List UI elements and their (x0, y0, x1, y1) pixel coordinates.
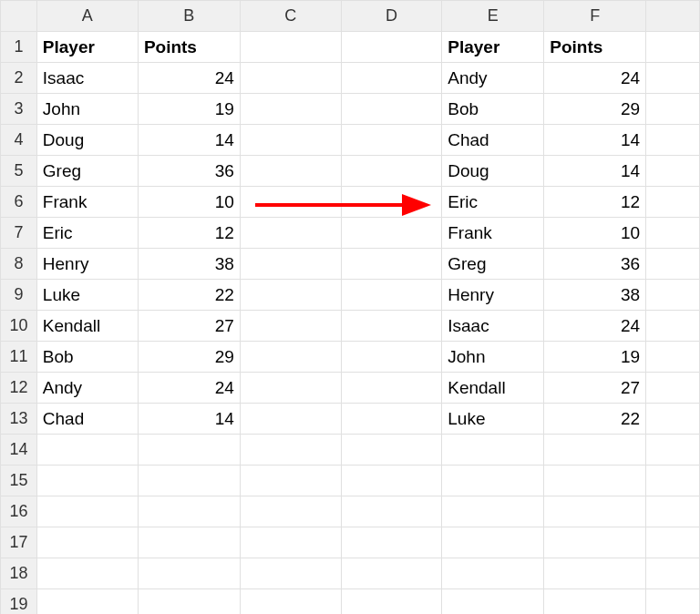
cell[interactable] (544, 435, 646, 466)
cell[interactable] (36, 466, 138, 496)
cell[interactable] (341, 342, 442, 373)
cell[interactable]: 14 (138, 404, 240, 435)
cell[interactable] (341, 311, 442, 342)
cell[interactable]: Eric (36, 218, 138, 249)
cell[interactable] (341, 63, 442, 94)
cell[interactable] (240, 311, 341, 342)
cell[interactable] (646, 558, 700, 589)
cell[interactable] (240, 342, 341, 373)
cell[interactable] (138, 466, 240, 496)
cell[interactable] (646, 156, 700, 187)
cell[interactable]: Bob (442, 94, 544, 125)
cell[interactable]: 14 (544, 156, 646, 187)
cell[interactable]: Henry (36, 249, 138, 280)
cell[interactable]: 27 (544, 373, 646, 404)
cell[interactable] (36, 496, 138, 527)
cell[interactable] (646, 527, 700, 558)
cell[interactable] (341, 589, 442, 615)
cell[interactable]: 22 (138, 280, 240, 311)
cell[interactable]: 14 (138, 125, 240, 156)
cell[interactable]: Greg (442, 249, 544, 280)
cell[interactable]: Greg (36, 156, 138, 187)
cell[interactable] (341, 156, 442, 187)
cell[interactable]: Luke (36, 280, 138, 311)
cell[interactable]: Doug (36, 125, 138, 156)
cell[interactable] (646, 94, 700, 125)
col-header-C[interactable]: C (240, 1, 341, 32)
col-header-F[interactable]: F (544, 1, 646, 32)
cell[interactable]: 14 (544, 125, 646, 156)
cell[interactable] (240, 63, 341, 94)
cell-C1[interactable] (240, 32, 341, 63)
cell[interactable] (240, 187, 341, 218)
row-header[interactable]: 5 (1, 156, 37, 187)
cell-D1[interactable] (341, 32, 442, 63)
cell[interactable] (138, 589, 240, 615)
cell[interactable]: 29 (544, 94, 646, 125)
cell[interactable] (646, 373, 700, 404)
row-header[interactable]: 9 (1, 280, 37, 311)
col-header-G[interactable] (646, 1, 700, 32)
row-header[interactable]: 14 (1, 435, 37, 466)
cell[interactable] (240, 435, 341, 466)
row-header[interactable]: 1 (1, 32, 37, 63)
row-header[interactable]: 15 (1, 466, 37, 496)
cell[interactable] (442, 435, 544, 466)
spreadsheet-grid[interactable]: A B C D E F 1 Player Points Player Point… (0, 0, 700, 614)
row-header[interactable]: 3 (1, 94, 37, 125)
cell-E1[interactable]: Player (442, 32, 544, 63)
cell[interactable] (341, 435, 442, 466)
col-header-D[interactable]: D (341, 1, 442, 32)
cell[interactable]: 27 (138, 311, 240, 342)
cell[interactable] (138, 435, 240, 466)
cell[interactable] (646, 187, 700, 218)
cell[interactable]: 38 (544, 280, 646, 311)
cell[interactable] (240, 280, 341, 311)
cell[interactable]: Andy (36, 373, 138, 404)
row-header[interactable]: 13 (1, 404, 37, 435)
col-header-E[interactable]: E (442, 1, 544, 32)
cell[interactable] (36, 589, 138, 615)
cell[interactable] (442, 496, 544, 527)
cell[interactable] (341, 280, 442, 311)
cell[interactable] (341, 125, 442, 156)
row-header[interactable]: 17 (1, 527, 37, 558)
cell[interactable] (646, 342, 700, 373)
select-all-corner[interactable] (1, 1, 37, 32)
cell[interactable] (240, 125, 341, 156)
cell[interactable]: Henry (442, 280, 544, 311)
cell[interactable] (646, 435, 700, 466)
cell[interactable]: Chad (36, 404, 138, 435)
cell[interactable]: 36 (544, 249, 646, 280)
cell[interactable]: Isaac (36, 63, 138, 94)
row-header[interactable]: 11 (1, 342, 37, 373)
cell[interactable] (36, 558, 138, 589)
cell[interactable]: Doug (442, 156, 544, 187)
cell[interactable] (36, 435, 138, 466)
cell[interactable] (646, 589, 700, 615)
cell[interactable] (442, 558, 544, 589)
cell[interactable] (646, 496, 700, 527)
cell-B1[interactable]: Points (138, 32, 240, 63)
cell[interactable] (240, 466, 341, 496)
row-header[interactable]: 8 (1, 249, 37, 280)
cell[interactable] (341, 527, 442, 558)
cell[interactable] (341, 496, 442, 527)
cell[interactable] (240, 156, 341, 187)
cell[interactable]: 22 (544, 404, 646, 435)
cell[interactable] (646, 466, 700, 496)
cell[interactable] (240, 249, 341, 280)
cell[interactable] (646, 218, 700, 249)
cell[interactable]: 12 (544, 187, 646, 218)
cell[interactable] (646, 404, 700, 435)
cell[interactable]: Luke (442, 404, 544, 435)
cell-G1[interactable] (646, 32, 700, 63)
cell[interactable]: John (36, 94, 138, 125)
cell[interactable]: Isaac (442, 311, 544, 342)
cell[interactable]: Andy (442, 63, 544, 94)
cell[interactable] (240, 496, 341, 527)
cell-F1[interactable]: Points (544, 32, 646, 63)
cell[interactable] (646, 280, 700, 311)
cell[interactable]: 24 (138, 373, 240, 404)
cell[interactable] (341, 249, 442, 280)
